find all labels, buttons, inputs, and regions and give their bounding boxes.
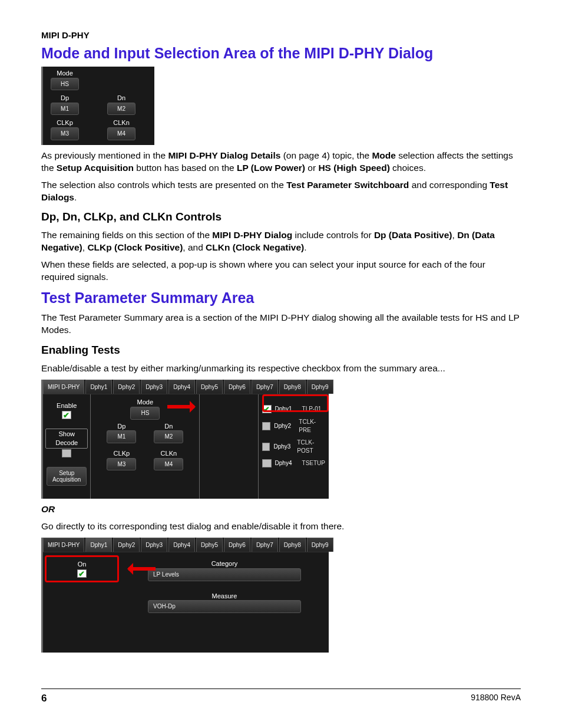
tab-mipi-d-phy[interactable]: MIPI D-PHY: [43, 538, 84, 552]
tab-mipi-d-phy[interactable]: MIPI D-PHY: [43, 380, 84, 394]
test-name: Dphy4: [275, 459, 299, 467]
test-checkbox[interactable]: [262, 459, 272, 467]
tab-dphy1[interactable]: Dphy1: [85, 538, 112, 552]
show-decode-label: Show Decode: [45, 429, 88, 449]
tab-dphy6[interactable]: Dphy6: [224, 380, 250, 394]
highlight-box: [262, 394, 329, 412]
arrow-left-icon: [128, 567, 156, 571]
test-value: TSETUP: [302, 459, 325, 467]
highlight-box: [45, 555, 119, 582]
test-checkbox[interactable]: [262, 422, 271, 430]
tab-dphy2[interactable]: Dphy2: [113, 538, 140, 552]
tab-dphy9[interactable]: Dphy9: [307, 380, 333, 394]
page-number: 6: [41, 693, 47, 704]
dp-label: Dp: [48, 94, 82, 103]
tab-dphy1[interactable]: Dphy1: [85, 380, 112, 394]
tab-dphy9[interactable]: Dphy9: [307, 538, 333, 552]
measure-label: Measure: [148, 592, 301, 601]
arrow-right-icon: [167, 405, 194, 409]
paragraph: Enable/disable a test by either marking/…: [41, 363, 521, 375]
tab-dphy7[interactable]: Dphy7: [252, 380, 278, 394]
paragraph: Go directly to its corresponding test di…: [41, 521, 521, 533]
dn-button[interactable]: M2: [107, 103, 135, 116]
test-value: TCLK-POST: [297, 439, 325, 454]
clkp-label: CLKp: [104, 449, 139, 458]
or-label: OR: [41, 503, 521, 516]
show-decode-checkbox[interactable]: [62, 449, 71, 457]
paragraph: The Test Parameter Summary area is a sec…: [41, 312, 521, 337]
tab-dphy5[interactable]: Dphy5: [196, 380, 223, 394]
subheading-enabling: Enabling Tests: [41, 342, 521, 358]
dp-button[interactable]: M1: [51, 103, 79, 116]
page-footer: 6 918800 RevA: [41, 689, 521, 704]
tab-dphy4[interactable]: Dphy4: [168, 380, 195, 394]
clkn-button[interactable]: M4: [154, 458, 183, 471]
panel-summary: MIPI D-PHYDphy1Dphy2Dphy3Dphy4Dphy5Dphy6…: [41, 380, 329, 499]
section-label: MIPI D-PHY: [41, 29, 521, 41]
dn-button[interactable]: M2: [154, 430, 183, 443]
clkp-label: CLKp: [48, 118, 82, 127]
clkn-label: CLKn: [151, 449, 186, 458]
clkp-button[interactable]: M3: [51, 127, 79, 140]
dp-button[interactable]: M1: [107, 430, 136, 443]
test-name: Dphy3: [273, 443, 293, 451]
tabstrip: MIPI D-PHYDphy1Dphy2Dphy3Dphy4Dphy5Dphy6…: [43, 380, 329, 395]
tab-dphy8[interactable]: Dphy8: [279, 380, 306, 394]
dn-label: Dn: [151, 422, 186, 431]
mode-button[interactable]: HS: [51, 78, 79, 91]
clkn-button[interactable]: M4: [107, 127, 135, 140]
subheading-controls: Dp, Dn, CLKp, and CLKn Controls: [41, 209, 521, 225]
tabstrip: MIPI D-PHYDphy1Dphy2Dphy3Dphy4Dphy5Dphy6…: [43, 538, 329, 553]
page-title: Mode and Input Selection Area of the MIP…: [41, 44, 521, 63]
enable-label: Enable: [45, 401, 88, 410]
clkn-label: CLKn: [104, 118, 138, 127]
tab-dphy5[interactable]: Dphy5: [196, 538, 223, 552]
paragraph: As previously mentioned in the MIPI D-PH…: [41, 150, 521, 174]
tab-dphy4[interactable]: Dphy4: [168, 538, 195, 552]
paragraph: The remaining fields on this section of …: [41, 229, 521, 254]
test-row: Dphy3TCLK-POST: [262, 439, 325, 454]
test-row: Dphy2TCLK-PRE: [262, 418, 325, 434]
tab-dphy2[interactable]: Dphy2: [113, 380, 140, 394]
category-button[interactable]: LP Levels: [148, 568, 301, 581]
dp-label: Dp: [104, 422, 139, 431]
test-checkbox[interactable]: [262, 443, 270, 451]
tab-dphy7[interactable]: Dphy7: [252, 538, 278, 552]
setup-acquisition-button[interactable]: Setup Acquisition: [47, 467, 87, 486]
enable-checkbox[interactable]: [62, 411, 71, 419]
tab-dphy6[interactable]: Dphy6: [224, 538, 250, 552]
panel-mode-inputs: Mode HS Dp M1 Dn M2 CLKp M3 CLKn M4: [41, 67, 154, 145]
dn-label: Dn: [104, 94, 138, 103]
tab-dphy3[interactable]: Dphy3: [141, 538, 167, 552]
paragraph: The selection also controls which tests …: [41, 179, 521, 204]
tab-dphy8[interactable]: Dphy8: [279, 538, 306, 552]
test-value: TCLK-PRE: [299, 418, 325, 434]
test-name: Dphy2: [274, 422, 295, 430]
category-label: Category: [148, 559, 301, 568]
mode-button[interactable]: HS: [130, 407, 160, 420]
measure-button[interactable]: VOH-Dp: [148, 600, 301, 613]
section-title-summary: Test Parameter Summary Area: [41, 288, 521, 308]
panel-test-dialog: MIPI D-PHYDphy1Dphy2Dphy3Dphy4Dphy5Dphy6…: [41, 538, 329, 653]
clkp-button[interactable]: M3: [107, 458, 136, 471]
paragraph: When these fields are selected, a pop-up…: [41, 259, 521, 284]
doc-revision: 918800 RevA: [471, 693, 521, 704]
tab-dphy3[interactable]: Dphy3: [141, 380, 167, 394]
test-row: Dphy4TSETUP: [262, 459, 325, 467]
mode-label: Mode: [48, 69, 82, 78]
